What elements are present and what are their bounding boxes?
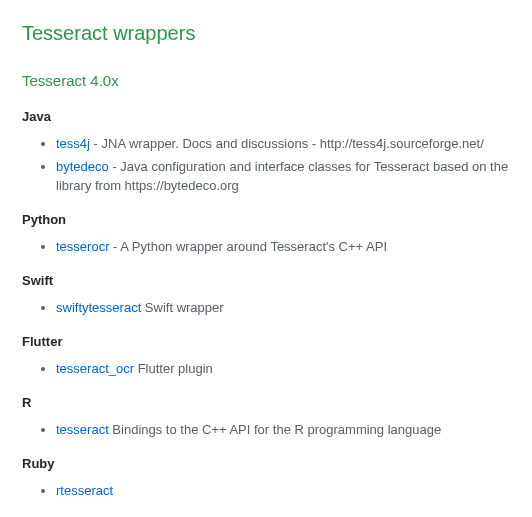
r-heading: R [22, 393, 532, 413]
bytedeco-link[interactable]: bytedeco [56, 159, 109, 174]
item-text: - JNA wrapper. Docs and discussions - ht… [90, 136, 484, 151]
list-item: tesseract Bindings to the C++ API for th… [56, 420, 532, 440]
flutter-heading: Flutter [22, 332, 532, 352]
java-heading: Java [22, 107, 532, 127]
python-list: tesserocr - A Python wrapper around Tess… [22, 237, 532, 257]
flutter-list: tesseract_ocr Flutter plugin [22, 359, 532, 379]
tesseract-r-link[interactable]: tesseract [56, 422, 109, 437]
ruby-heading: Ruby [22, 454, 532, 474]
item-text: Bindings to the C++ API for the R progra… [109, 422, 441, 437]
python-heading: Python [22, 210, 532, 230]
list-item: swiftytesseract Swift wrapper [56, 298, 532, 318]
list-item: rtesseract [56, 481, 532, 501]
tesserocr-link[interactable]: tesserocr [56, 239, 109, 254]
item-text: Swift wrapper [141, 300, 223, 315]
rtesseract-link[interactable]: rtesseract [56, 483, 113, 498]
list-item: tess4j - JNA wrapper. Docs and discussio… [56, 134, 532, 154]
version-heading: Tesseract 4.0x [22, 70, 532, 93]
list-item: tesseract_ocr Flutter plugin [56, 359, 532, 379]
swift-heading: Swift [22, 271, 532, 291]
ruby-list: rtesseract [22, 481, 532, 501]
r-list: tesseract Bindings to the C++ API for th… [22, 420, 532, 440]
list-item: bytedeco - Java configuration and interf… [56, 157, 532, 196]
item-text: - Java configuration and interface class… [56, 159, 508, 194]
tess4j-link[interactable]: tess4j [56, 136, 90, 151]
swiftytesseract-link[interactable]: swiftytesseract [56, 300, 141, 315]
item-text: - A Python wrapper around Tesseract's C+… [109, 239, 387, 254]
item-text: Flutter plugin [134, 361, 213, 376]
java-list: tess4j - JNA wrapper. Docs and discussio… [22, 134, 532, 196]
page-title: Tesseract wrappers [22, 18, 532, 48]
swift-list: swiftytesseract Swift wrapper [22, 298, 532, 318]
list-item: tesserocr - A Python wrapper around Tess… [56, 237, 532, 257]
tesseract-ocr-link[interactable]: tesseract_ocr [56, 361, 134, 376]
